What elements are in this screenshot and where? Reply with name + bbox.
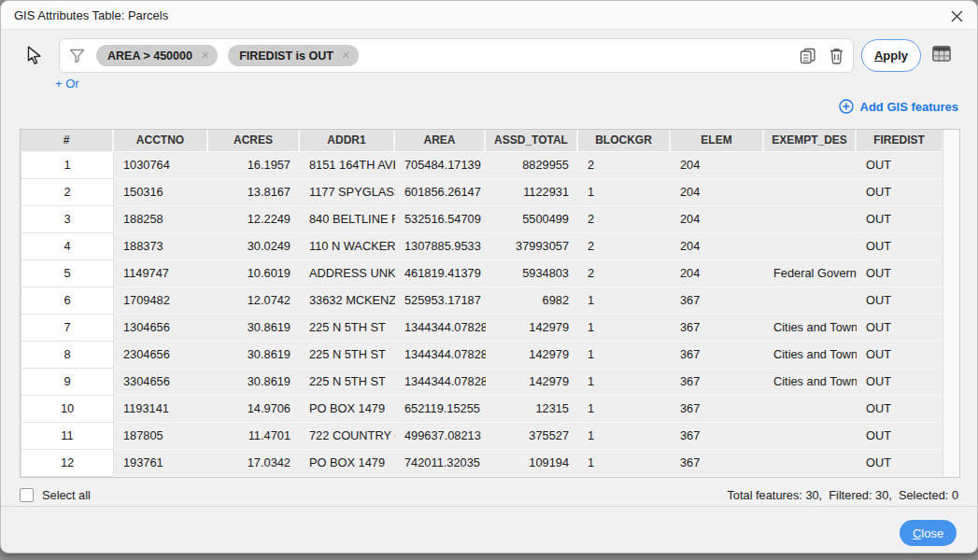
header-cell-addr1[interactable]: ADDR1 [300,130,395,151]
table-cell[interactable]: OUT [857,233,942,260]
table-cell[interactable]: 532516.54709 [395,206,486,233]
table-cell[interactable]: 2 [21,179,114,206]
table-cell[interactable]: 188373 [114,233,208,260]
table-cell[interactable]: 1193141 [114,396,208,423]
table-cell[interactable]: 2 [578,260,671,287]
table-cell[interactable]: OUT [857,152,942,179]
table-cell[interactable]: OUT [857,450,942,477]
chip-close-icon[interactable]: ✕ [342,49,350,62]
table-cell[interactable]: 8151 164TH AVE NE [300,152,395,179]
table-cell[interactable]: 2 [578,152,671,179]
table-cell[interactable]: 193761 [114,450,208,477]
table-cell[interactable]: 1307885.9533 [395,233,486,260]
table-cell[interactable]: 1030764 [114,152,208,179]
table-cell[interactable]: 525953.17187 [395,287,486,315]
table-cell[interactable]: Cities and Towns [764,315,857,342]
table-cell[interactable]: 367 [671,287,764,315]
table-cell[interactable]: 11.4701 [208,423,300,450]
table-cell[interactable]: 2304656 [114,342,208,369]
table-cell[interactable]: 12315 [486,396,578,423]
table-cell[interactable]: 12.0742 [208,287,300,315]
table-cell[interactable]: 1149747 [114,260,208,287]
table-cell[interactable]: 30.8619 [208,369,300,396]
table-cell[interactable]: 11 [21,423,114,450]
header-cell-acres[interactable]: ACRES [208,130,300,151]
table-cell[interactable]: 367 [671,396,764,423]
table-cell[interactable]: 652119.15255 [395,396,486,423]
table-cell[interactable]: 204 [671,260,764,287]
table-cell[interactable]: 142979 [486,315,578,342]
table-cell[interactable]: 142979 [486,342,578,369]
table-cell[interactable]: 150316 [114,179,208,206]
table-cell[interactable]: 742011.32035 [395,450,486,477]
table-row[interactable]: 6170948212.074233632 MCKENZIE525953.1718… [21,287,959,315]
table-row[interactable]: 8230465630.8619225 N 5TH ST1344344.07828… [21,342,959,369]
table-scrollbar[interactable] [943,130,959,477]
table-cell[interactable]: 1 [578,396,671,423]
table-cell[interactable] [764,206,857,233]
table-cell[interactable]: 37993057 [486,233,578,260]
table-cell[interactable]: 367 [671,315,764,342]
header-cell-assd-total[interactable]: ASSD_TOTAL [486,130,578,151]
table-row[interactable]: 418837330.0249110 N WACKER DR1307885.953… [21,233,959,260]
table-cell[interactable]: 12 [21,450,114,477]
chip-close-icon[interactable]: ✕ [201,49,209,62]
table-cell[interactable]: 1 [578,179,671,206]
table-cell[interactable]: 3304656 [114,369,208,396]
table-cell[interactable]: 1 [578,369,671,396]
table-cell[interactable] [764,423,857,450]
table-row[interactable]: 7130465630.8619225 N 5TH ST1344344.07828… [21,315,959,342]
table-columns-icon[interactable] [932,46,951,62]
table-cell[interactable]: 367 [671,342,764,369]
table-cell[interactable]: 30.0249 [208,233,300,260]
table-cell[interactable]: 367 [671,369,764,396]
table-cell[interactable]: 204 [671,152,764,179]
header-cell-exempt-des[interactable]: EXEMPT_DES [764,130,857,151]
table-cell[interactable]: 375527 [486,423,578,450]
table-cell[interactable]: 30.8619 [208,315,300,342]
table-cell[interactable] [764,450,857,477]
table-cell[interactable]: ADDRESS UNKNOWN [300,260,395,287]
delete-filter-icon[interactable] [829,48,843,64]
header-cell-firedist[interactable]: FIREDIST [857,130,942,151]
table-row[interactable]: 318825812.2249840 BELTLINE RD SE532516.5… [21,206,959,233]
table-cell[interactable]: 30.8619 [208,342,300,369]
table-cell[interactable]: 187805 [114,423,208,450]
table-cell[interactable]: 6 [21,287,114,315]
table-cell[interactable]: 142979 [486,369,578,396]
table-cell[interactable]: 5934803 [486,260,578,287]
table-cell[interactable]: 110 N WACKER DR [300,233,395,260]
table-cell[interactable]: 4 [21,233,114,260]
table-cell[interactable]: 204 [671,206,764,233]
table-cell[interactable]: 7 [21,315,114,342]
select-all-checkbox[interactable]: Select all [20,488,91,502]
table-cell[interactable]: OUT [857,342,942,369]
table-cell[interactable]: 1 [578,342,671,369]
header-cell-blockgr[interactable]: BLOCKGR [578,130,671,151]
table-cell[interactable]: 10 [21,396,114,423]
table-cell[interactable]: 461819.41379 [395,260,486,287]
table-cell[interactable]: 225 N 5TH ST [300,315,395,342]
close-button[interactable]: Close [900,520,957,546]
table-cell[interactable]: 1 [21,152,114,179]
table-cell[interactable]: 499637.08213 [395,423,486,450]
table-cell[interactable]: 204 [671,179,764,206]
header-cell-acctno[interactable]: ACCTNO [114,130,208,151]
table-row[interactable]: 5114974710.6019ADDRESS UNKNOWN461819.413… [21,260,959,287]
table-cell[interactable]: 10.6019 [208,260,300,287]
table-cell[interactable]: 188258 [114,206,208,233]
table-cell[interactable]: 1344344.07828 [395,315,486,342]
table-cell[interactable]: 204 [671,233,764,260]
table-cell[interactable]: 109194 [486,450,578,477]
table-row[interactable]: 9330465630.8619225 N 5TH ST1344344.07828… [21,369,959,396]
table-cell[interactable]: 16.1957 [208,152,300,179]
table-cell[interactable]: 1304656 [114,315,208,342]
table-cell[interactable]: 1344344.07828 [395,342,486,369]
header-cell--[interactable]: # [21,130,114,151]
header-cell-area[interactable]: AREA [395,130,486,151]
table-cell[interactable]: 2 [578,206,671,233]
table-cell[interactable]: 17.0342 [208,450,300,477]
filter-chip-1[interactable]: FIREDIST is OUT✕ [228,45,359,66]
table-cell[interactable]: 601856.26147 [395,179,486,206]
table-cell[interactable]: OUT [857,396,942,423]
